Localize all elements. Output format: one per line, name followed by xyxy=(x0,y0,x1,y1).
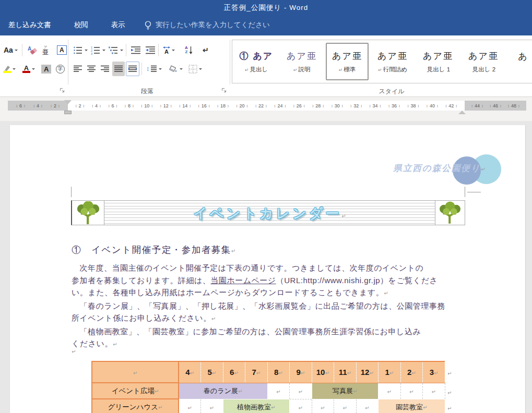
month-header-cell[interactable]: 11↵ xyxy=(334,361,357,383)
style-sample: あア亜 xyxy=(377,50,408,62)
tab-mailings[interactable]: 差し込み文書 xyxy=(1,15,58,35)
style-item[interactable]: あア亜 見出し 1 xyxy=(417,43,459,80)
align-left-button[interactable] xyxy=(72,62,84,76)
distribute-button[interactable] xyxy=(126,62,139,76)
section-heading[interactable]: ① イベント開催予定・参加者募集↵ xyxy=(72,244,237,256)
empty-cell[interactable]: ↵ xyxy=(379,383,401,399)
header-watermark-text[interactable]: 県立西の森公園便り↵ xyxy=(281,163,486,174)
text-line[interactable]: 「植物画教室」、「園芸教室」に参加ご希望の方は、公園管理事務所生涯学習係にお申し… xyxy=(72,325,481,338)
justify-button[interactable] xyxy=(112,62,125,76)
style-item[interactable]: あア亜 ↵行間詰め xyxy=(371,43,414,80)
row-end-mark: ↵ xyxy=(447,387,452,397)
event-cell-photo-exhibit[interactable]: 写真展↵ xyxy=(312,383,379,399)
decrease-indent-button[interactable] xyxy=(129,43,143,57)
text-line[interactable]: ください。↵ xyxy=(72,337,481,351)
table-corner-cell[interactable]: ↵ xyxy=(92,361,179,383)
clear-formatting-button[interactable]: A xyxy=(25,43,40,57)
text-line[interactable]: い。また、各種申し込み用紙はホームページからダウンロードすることもできます。↵ xyxy=(72,286,481,300)
empty-cell[interactable]: ↵ xyxy=(356,399,379,413)
table-row-greenhouse[interactable]: グリーンハウス↵ ↵ ↵ 植物画教室↵ ↵ ↵ ↵ ↵ 園芸教室↵ xyxy=(92,399,445,413)
shading-button[interactable] xyxy=(166,62,184,76)
month-header-cell[interactable]: 7↵ xyxy=(245,361,268,383)
table-row-event-plaza[interactable]: イベント広場↵ 春のラン展↵ ↵ ↵ 写真展↵ ↵ ↵ ↵ xyxy=(92,383,445,399)
font-dialog-launcher[interactable] xyxy=(60,88,65,93)
tab-view[interactable]: 表示 xyxy=(106,15,131,35)
month-header-cell[interactable]: 4↵ xyxy=(179,361,201,383)
style-item[interactable]: あア亜 ↵標準 xyxy=(326,43,369,80)
sort-button[interactable]: A Z xyxy=(183,43,194,57)
asian-layout-button[interactable]: A xyxy=(161,43,176,57)
empty-paragraph[interactable]: ↵ xyxy=(72,346,76,356)
line-spacing-button[interactable]: ↕ xyxy=(145,62,163,76)
align-center-button[interactable] xyxy=(85,62,98,76)
phonetic-guide-button[interactable]: ア 亜 xyxy=(41,43,50,57)
table-header-row[interactable]: ↵ 4↵5↵6↵7↵8↵9↵10↵11↵12↵1↵2↵3↵ xyxy=(92,361,445,383)
month-header-cell[interactable]: 8↵ xyxy=(267,361,290,383)
month-header-cell[interactable]: 3↵ xyxy=(423,361,445,383)
empty-cell[interactable]: ↵ xyxy=(290,383,312,399)
character-shading-button[interactable]: A xyxy=(40,62,53,76)
tree-image-left[interactable] xyxy=(71,200,104,225)
right-indent-marker[interactable] xyxy=(458,107,466,114)
event-cell-orchid-show[interactable]: 春のラン展↵ xyxy=(179,383,267,399)
text-line[interactable]: 参加者を募集しております。詳細は、当園ホームページ（URL:http://www… xyxy=(72,274,481,287)
bullets-button[interactable] xyxy=(72,43,89,57)
empty-cell[interactable]: ↵ xyxy=(290,399,312,413)
text-line[interactable]: 「春のラン展」、「写真展」、「押し花展」、「水彩画展覧会」に出品ご希望の方は、公… xyxy=(72,300,481,312)
empty-cell[interactable]: ↵ xyxy=(201,399,223,413)
empty-cell[interactable]: ↵ xyxy=(179,399,201,413)
borders-button[interactable] xyxy=(187,62,204,76)
empty-cell[interactable]: ↵ xyxy=(400,383,423,399)
text-line[interactable]: 所イベント係にお申し込みください。↵ xyxy=(72,312,481,325)
row-label-cell[interactable]: グリーンハウス↵ xyxy=(92,399,179,413)
paragraph-mark: ↵ xyxy=(231,248,237,254)
horizontal-ruler[interactable]: 642 246810121416182022242628303234363840… xyxy=(8,101,526,111)
empty-cell[interactable]: ↵ xyxy=(423,383,445,399)
month-header-cell[interactable]: 6↵ xyxy=(223,361,245,383)
body-text[interactable]: 次年度、当園主催のイベント開催予定は下表の通りです。つきましては、次年度のイベン… xyxy=(72,262,481,351)
event-cell-botanical-art[interactable]: 植物画教室↵ xyxy=(223,399,290,413)
event-banner[interactable]: イベントカレンダー↵ xyxy=(71,200,465,225)
enclose-characters-button[interactable]: 字 xyxy=(54,62,66,76)
row-label-cell[interactable]: イベント広場↵ xyxy=(92,383,179,399)
title-bar: 正答例_公園便り - Word xyxy=(0,0,532,15)
banner-ruled-area[interactable]: イベントカレンダー↵ xyxy=(104,200,435,225)
show-formatting-marks-button[interactable]: ↵ xyxy=(201,43,210,57)
row-end-mark: ↵ xyxy=(447,368,452,378)
decrease-indent-icon xyxy=(131,46,141,55)
style-item[interactable]: あア亜 ↵説明 xyxy=(280,43,323,80)
month-header-cell[interactable]: 5↵ xyxy=(201,361,223,383)
paragraph-dialog-launcher[interactable] xyxy=(221,88,227,93)
style-item[interactable]: ① あア ↵見出し xyxy=(235,43,278,80)
style-sample: あア亜 xyxy=(423,50,453,62)
empty-cell[interactable]: ↵ xyxy=(312,399,334,413)
tab-review[interactable]: 校閲 xyxy=(69,15,93,35)
increase-indent-button[interactable] xyxy=(144,43,157,57)
style-item[interactable]: あア亜 見出し 2 xyxy=(462,43,505,80)
month-header-cell[interactable]: 1↵ xyxy=(379,361,401,383)
font-color-button[interactable]: A xyxy=(21,62,37,76)
styles-group-label: スタイル xyxy=(324,87,459,96)
event-calendar-table[interactable]: ↵ 4↵5↵6↵7↵8↵9↵10↵11↵12↵1↵2↵3↵ イベント広場↵ 春の… xyxy=(91,361,445,413)
align-right-button[interactable] xyxy=(99,62,111,76)
month-header-cell[interactable]: 12↵ xyxy=(356,361,379,383)
tell-me-box[interactable]: 実行したい作業を入力してください xyxy=(144,20,270,30)
page[interactable]: 県立西の森公園便り↵ イベントカレンダー↵ xyxy=(9,125,526,413)
left-indent-marker[interactable] xyxy=(64,111,72,114)
change-case-button[interactable]: Aa xyxy=(2,43,19,57)
empty-cell[interactable]: ↵ xyxy=(267,383,290,399)
tree-image-right[interactable] xyxy=(435,200,465,225)
highlight-color-button[interactable] xyxy=(1,62,17,76)
text-line[interactable]: 次年度、当園主催のイベント開催予定は下表の通りです。つきましては、次年度のイベン… xyxy=(72,262,481,274)
eraser-icon: A xyxy=(27,44,38,56)
event-cell-gardening-class[interactable]: 園芸教室↵ xyxy=(379,399,445,413)
multilevel-list-button[interactable] xyxy=(107,43,125,57)
month-header-cell[interactable]: 2↵ xyxy=(400,361,423,383)
numbering-button[interactable]: 123 xyxy=(89,43,107,57)
empty-cell[interactable]: ↵ xyxy=(334,399,357,413)
banner-title[interactable]: イベントカレンダー↵ xyxy=(104,204,435,223)
month-header-cell[interactable]: 10↵ xyxy=(312,361,334,383)
month-header-cell[interactable]: 9↵ xyxy=(290,361,312,383)
character-border-button[interactable]: A xyxy=(55,43,68,57)
style-item[interactable]: あ xyxy=(507,43,532,80)
